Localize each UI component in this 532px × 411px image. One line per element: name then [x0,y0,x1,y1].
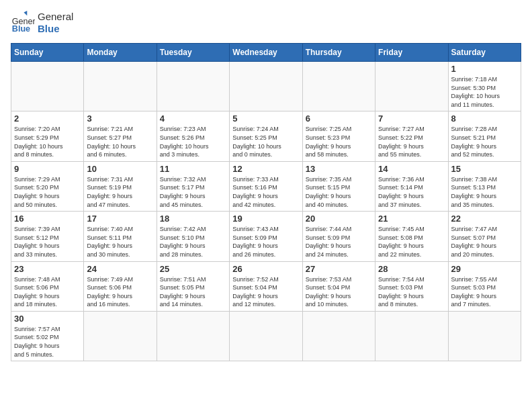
svg-marker-2 [24,11,27,15]
day-info: Sunrise: 7:36 AM Sunset: 5:14 PM Dayligh… [378,175,445,209]
calendar-cell: 24Sunrise: 7:49 AM Sunset: 5:06 PM Dayli… [84,261,157,311]
day-info: Sunrise: 7:29 AM Sunset: 5:20 PM Dayligh… [14,175,81,209]
col-wednesday: Wednesday [230,44,302,62]
day-number: 20 [306,214,372,224]
day-number: 30 [14,314,81,324]
col-saturday: Saturday [448,44,521,62]
col-thursday: Thursday [302,44,375,62]
day-number: 16 [14,214,81,224]
page-header: General Blue General Blue [11,11,521,35]
calendar-cell: 22Sunrise: 7:47 AM Sunset: 5:07 PM Dayli… [448,212,521,261]
calendar-cell: 15Sunrise: 7:38 AM Sunset: 5:13 PM Dayli… [448,161,521,211]
day-info: Sunrise: 7:38 AM Sunset: 5:13 PM Dayligh… [451,175,518,209]
day-number: 1 [451,64,518,74]
day-info: Sunrise: 7:55 AM Sunset: 5:03 PM Dayligh… [451,275,518,309]
day-number: 13 [306,164,372,174]
calendar-cell: 9Sunrise: 7:29 AM Sunset: 5:20 PM Daylig… [11,161,84,211]
day-number: 6 [306,113,372,124]
day-number: 12 [232,164,299,174]
calendar-cell [302,62,375,111]
day-number: 29 [451,264,518,274]
day-number: 10 [87,164,153,174]
calendar: Sunday Monday Tuesday Wednesday Thursday… [11,43,521,361]
calendar-week-row: 9Sunrise: 7:29 AM Sunset: 5:20 PM Daylig… [11,161,521,211]
day-number: 4 [160,113,226,124]
day-info: Sunrise: 7:43 AM Sunset: 5:09 PM Dayligh… [232,225,299,259]
day-info: Sunrise: 7:39 AM Sunset: 5:12 PM Dayligh… [14,225,81,259]
day-info: Sunrise: 7:35 AM Sunset: 5:15 PM Dayligh… [306,175,372,209]
day-info: Sunrise: 7:31 AM Sunset: 5:19 PM Dayligh… [87,175,153,209]
day-info: Sunrise: 7:51 AM Sunset: 5:05 PM Dayligh… [160,275,226,309]
calendar-week-row: 30Sunrise: 7:57 AM Sunset: 5:02 PM Dayli… [11,311,521,361]
calendar-cell [448,311,521,361]
day-info: Sunrise: 7:53 AM Sunset: 5:04 PM Dayligh… [306,275,372,309]
day-info: Sunrise: 7:40 AM Sunset: 5:11 PM Dayligh… [87,225,153,259]
calendar-week-row: 1Sunrise: 7:18 AM Sunset: 5:30 PM Daylig… [11,62,521,111]
calendar-cell: 3Sunrise: 7:21 AM Sunset: 5:27 PM Daylig… [84,111,157,161]
svg-text:Blue: Blue [12,24,30,34]
calendar-cell: 13Sunrise: 7:35 AM Sunset: 5:15 PM Dayli… [302,161,375,211]
day-info: Sunrise: 7:48 AM Sunset: 5:06 PM Dayligh… [14,275,81,309]
calendar-cell: 18Sunrise: 7:42 AM Sunset: 5:10 PM Dayli… [157,212,229,261]
calendar-week-row: 23Sunrise: 7:48 AM Sunset: 5:06 PM Dayli… [11,261,521,311]
calendar-cell [157,311,229,361]
day-number: 5 [232,113,299,124]
day-number: 17 [87,214,153,224]
col-friday: Friday [375,44,448,62]
calendar-cell: 20Sunrise: 7:44 AM Sunset: 5:09 PM Dayli… [302,212,375,261]
calendar-cell [84,62,157,111]
day-info: Sunrise: 7:32 AM Sunset: 5:17 PM Dayligh… [160,175,226,209]
calendar-cell: 30Sunrise: 7:57 AM Sunset: 5:02 PM Dayli… [11,311,84,361]
day-info: Sunrise: 7:28 AM Sunset: 5:21 PM Dayligh… [451,125,518,158]
day-info: Sunrise: 7:42 AM Sunset: 5:10 PM Dayligh… [160,225,226,259]
day-number: 18 [160,214,226,224]
calendar-cell [302,311,375,361]
day-number: 3 [87,113,153,124]
calendar-cell: 1Sunrise: 7:18 AM Sunset: 5:30 PM Daylig… [448,62,521,111]
day-info: Sunrise: 7:45 AM Sunset: 5:08 PM Dayligh… [378,225,445,259]
day-number: 11 [160,164,226,174]
calendar-cell [11,62,84,111]
day-number: 15 [451,164,518,174]
calendar-header-row: Sunday Monday Tuesday Wednesday Thursday… [11,44,521,62]
day-number: 27 [306,264,372,274]
day-number: 19 [232,214,299,224]
day-number: 7 [378,113,445,124]
calendar-cell [157,62,229,111]
day-info: Sunrise: 7:27 AM Sunset: 5:22 PM Dayligh… [378,125,445,158]
day-number: 22 [451,214,518,224]
calendar-cell: 17Sunrise: 7:40 AM Sunset: 5:11 PM Dayli… [84,212,157,261]
calendar-week-row: 16Sunrise: 7:39 AM Sunset: 5:12 PM Dayli… [11,212,521,261]
col-tuesday: Tuesday [157,44,229,62]
day-number: 23 [14,264,81,274]
calendar-cell: 5Sunrise: 7:24 AM Sunset: 5:25 PM Daylig… [230,111,302,161]
calendar-cell: 29Sunrise: 7:55 AM Sunset: 5:03 PM Dayli… [448,261,521,311]
calendar-cell: 4Sunrise: 7:23 AM Sunset: 5:26 PM Daylig… [157,111,229,161]
day-info: Sunrise: 7:52 AM Sunset: 5:04 PM Dayligh… [232,275,299,309]
calendar-cell: 7Sunrise: 7:27 AM Sunset: 5:22 PM Daylig… [375,111,448,161]
col-monday: Monday [84,44,157,62]
calendar-cell: 19Sunrise: 7:43 AM Sunset: 5:09 PM Dayli… [230,212,302,261]
logo-general: General [38,11,73,23]
calendar-cell: 23Sunrise: 7:48 AM Sunset: 5:06 PM Dayli… [11,261,84,311]
day-info: Sunrise: 7:25 AM Sunset: 5:23 PM Dayligh… [306,125,372,158]
day-number: 26 [232,264,299,274]
day-info: Sunrise: 7:54 AM Sunset: 5:03 PM Dayligh… [378,275,445,309]
logo-blue: Blue [38,23,73,35]
calendar-cell [230,311,302,361]
calendar-cell: 2Sunrise: 7:20 AM Sunset: 5:29 PM Daylig… [11,111,84,161]
calendar-cell: 8Sunrise: 7:28 AM Sunset: 5:21 PM Daylig… [448,111,521,161]
calendar-cell [230,62,302,111]
calendar-week-row: 2Sunrise: 7:20 AM Sunset: 5:29 PM Daylig… [11,111,521,161]
day-info: Sunrise: 7:44 AM Sunset: 5:09 PM Dayligh… [306,225,372,259]
day-info: Sunrise: 7:23 AM Sunset: 5:26 PM Dayligh… [160,125,226,158]
day-info: Sunrise: 7:47 AM Sunset: 5:07 PM Dayligh… [451,225,518,259]
calendar-cell [375,311,448,361]
day-info: Sunrise: 7:49 AM Sunset: 5:06 PM Dayligh… [87,275,153,309]
calendar-cell: 11Sunrise: 7:32 AM Sunset: 5:17 PM Dayli… [157,161,229,211]
day-info: Sunrise: 7:21 AM Sunset: 5:27 PM Dayligh… [87,125,153,158]
calendar-cell: 21Sunrise: 7:45 AM Sunset: 5:08 PM Dayli… [375,212,448,261]
logo: General Blue General Blue [11,11,73,35]
day-info: Sunrise: 7:24 AM Sunset: 5:25 PM Dayligh… [232,125,299,158]
col-sunday: Sunday [11,44,84,62]
